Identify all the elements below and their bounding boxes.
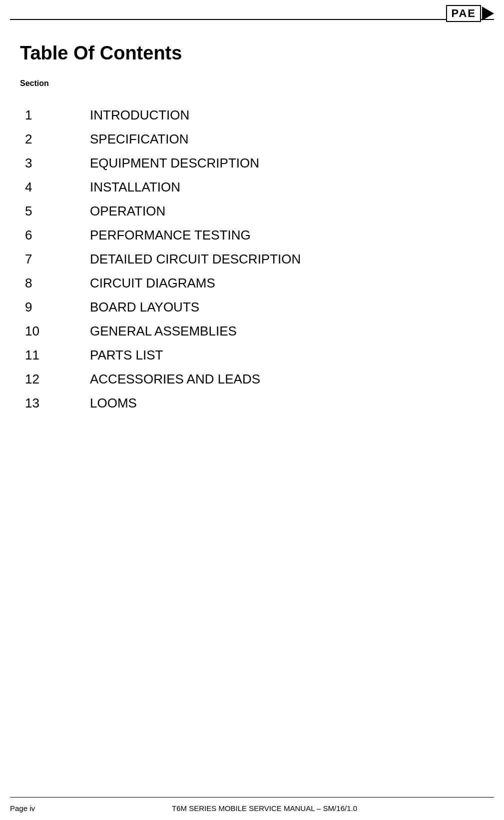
toc-number: 7 [20, 247, 60, 271]
toc-number: 4 [20, 175, 60, 199]
toc-number: 11 [20, 343, 60, 367]
toc-number: 12 [20, 367, 60, 391]
toc-title: CIRCUIT DIAGRAMS [60, 271, 484, 295]
toc-number: 10 [20, 319, 60, 343]
logo-arrow-icon [482, 6, 494, 20]
toc-number: 3 [20, 151, 60, 175]
toc-number: 2 [20, 127, 60, 151]
page-title: Table Of Contents [20, 42, 484, 64]
toc-title: DETAILED CIRCUIT DESCRIPTION [60, 247, 484, 271]
toc-row: 6PERFORMANCE TESTING [20, 223, 484, 247]
toc-number: 9 [20, 295, 60, 319]
toc-row: 10GENERAL ASSEMBLIES [20, 319, 484, 343]
toc-title: BOARD LAYOUTS [60, 295, 484, 319]
toc-number: 5 [20, 199, 60, 223]
toc-row: 3EQUIPMENT DESCRIPTION [20, 151, 484, 175]
footer-manual-title: T6M SERIES MOBILE SERVICE MANUAL – SM/16… [35, 804, 494, 812]
toc-title: EQUIPMENT DESCRIPTION [60, 151, 484, 175]
toc-title: ACCESSORIES AND LEADS [60, 367, 484, 391]
section-label: Section [20, 79, 484, 88]
toc-title: LOOMS [60, 391, 484, 415]
pae-logo: PAE [446, 5, 481, 22]
toc-number: 8 [20, 271, 60, 295]
toc-title: INSTALLATION [60, 175, 484, 199]
page: PAE Table Of Contents Section 1INTRODUCT… [0, 0, 504, 820]
footer-page-label: Page iv [10, 804, 35, 812]
toc-row: 2SPECIFICATION [20, 127, 484, 151]
toc-table: 1INTRODUCTION2SPECIFICATION3EQUIPMENT DE… [20, 103, 484, 415]
svg-marker-0 [482, 6, 494, 20]
toc-title: OPERATION [60, 199, 484, 223]
toc-row: 4INSTALLATION [20, 175, 484, 199]
logo-area: PAE [446, 5, 494, 22]
toc-number: 6 [20, 223, 60, 247]
main-content: Table Of Contents Section 1INTRODUCTION2… [20, 28, 484, 790]
toc-title: PERFORMANCE TESTING [60, 223, 484, 247]
toc-row: 11PARTS LIST [20, 343, 484, 367]
toc-number: 13 [20, 391, 60, 415]
top-divider [10, 19, 494, 20]
toc-row: 9BOARD LAYOUTS [20, 295, 484, 319]
toc-row: 7DETAILED CIRCUIT DESCRIPTION [20, 247, 484, 271]
toc-row: 5OPERATION [20, 199, 484, 223]
toc-row: 13LOOMS [20, 391, 484, 415]
toc-title: PARTS LIST [60, 343, 484, 367]
toc-title: INTRODUCTION [60, 103, 484, 127]
toc-title: GENERAL ASSEMBLIES [60, 319, 484, 343]
toc-row: 1INTRODUCTION [20, 103, 484, 127]
toc-row: 12ACCESSORIES AND LEADS [20, 367, 484, 391]
footer: Page iv T6M SERIES MOBILE SERVICE MANUAL… [10, 804, 494, 812]
toc-row: 8CIRCUIT DIAGRAMS [20, 271, 484, 295]
toc-number: 1 [20, 103, 60, 127]
bottom-divider [10, 797, 494, 798]
toc-title: SPECIFICATION [60, 127, 484, 151]
